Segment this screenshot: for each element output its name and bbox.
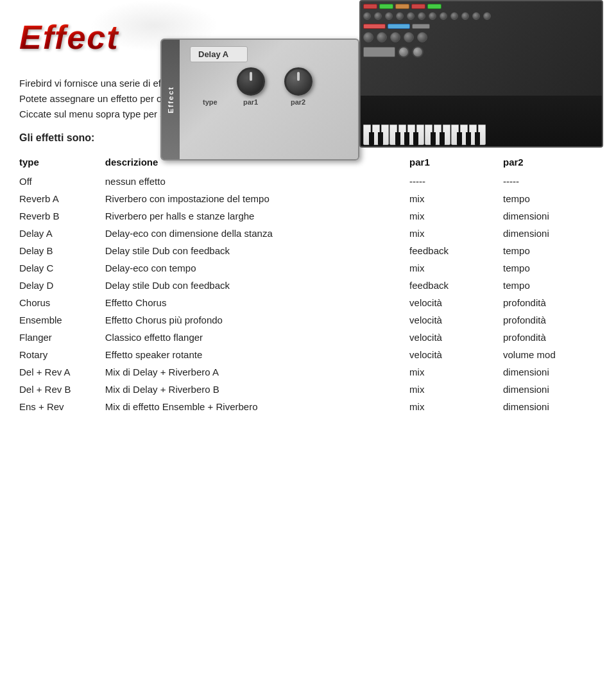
cell-par1: mix [409,207,503,225]
synth-btn-4 [411,4,425,9]
cell-desc: Effetto Chorus [105,294,409,311]
cell-desc: Riverbero per halls e stanze larghe [105,207,409,225]
synth-knob-13 [363,32,373,42]
cell-par1: feedback [409,277,503,294]
synth-knob-3 [385,12,393,20]
cell-type: Ensemble [19,311,105,329]
cell-par2: profondità [503,329,597,346]
table-row: Reverb BRiverbero per halls e stanze lar… [19,207,597,225]
par1-label: par1 [243,98,258,106]
cell-par1: mix [409,363,503,381]
table-row: Reverb ARiverbero con impostazione del t… [19,190,597,207]
key-23 [475,132,480,145]
cell-par2: ----- [503,173,597,190]
effect-type-display: Delay A [190,46,248,62]
cell-par2: tempo [503,190,597,207]
cell-par2: dimensioni [503,363,597,381]
synth-btn-3 [395,4,409,9]
cell-desc: nessun effetto [105,173,409,190]
cell-par1: ----- [409,173,503,190]
synth-knob-8 [440,12,447,20]
cell-type: Del + Rev B [19,381,105,398]
cell-par1: velocità [409,329,503,346]
cell-desc: Mix di effetto Ensemble + Riverbero [105,398,409,415]
synth-knob-14 [377,32,387,42]
cell-type: Reverb B [19,207,105,225]
type-group: type [203,98,218,106]
cell-par2: dimensioni [503,207,597,225]
cell-par2: dimensioni [503,398,597,415]
cell-par2: profondità [503,311,597,329]
cell-par1: mix [409,398,503,415]
table-row: FlangerClassico effetto flangervelocitàp… [19,329,597,346]
table-row: Ens + RevMix di effetto Ensemble + River… [19,398,597,415]
cell-type: Del + Rev A [19,363,105,381]
cell-par1: velocità [409,311,503,329]
key-4 [378,132,383,145]
type-label: type [203,98,218,106]
cell-desc: Delay stile Dub con feedback [105,277,409,294]
key-2 [369,132,374,145]
synth-keyboard [361,96,602,146]
table-row: Del + Rev AMix di Delay + Riverbero Amix… [19,363,597,381]
cell-par2: tempo [503,277,597,294]
cell-par2: volume mod [503,346,597,363]
synth-knob-11 [472,12,480,20]
synth-btn-2 [379,4,393,9]
cell-type: Flanger [19,329,105,346]
synth-btn-6 [363,24,386,29]
table-row: Delay ADelay-eco con dimensione della st… [19,225,597,242]
effects-table: type descrizione par1 par2 Offnessun eff… [19,154,597,415]
par2-knob[interactable] [284,67,312,96]
par1-knob[interactable] [237,67,265,96]
par1-group: par1 [237,67,265,106]
cell-par1: velocità [409,346,503,363]
synth-btn-7 [388,24,410,29]
cell-desc: Mix di Delay + Riverbero B [105,381,409,398]
cell-desc: Effetto speaker rotante [105,346,409,363]
synth-knob-9 [450,12,458,20]
effect-panel-sidebar: Effect [162,40,180,159]
table-row: Delay BDelay stile Dub con feedbackfeedb… [19,242,597,259]
synth-knob-lg-1 [398,46,409,58]
table-row: RotaryEffetto speaker rotantevelocitàvol… [19,346,597,363]
key-9 [404,132,409,145]
cell-desc: Effetto Chorus più profondo [105,311,409,329]
cell-type: Delay C [19,259,105,277]
cell-type: Delay A [19,225,105,242]
table-row: Del + Rev BMix di Delay + Riverbero Bmix… [19,381,597,398]
synth-btn-5 [427,4,441,9]
col-header-type: type [19,154,105,173]
synth-knob-2 [374,12,382,20]
table-row: Delay CDelay-eco con tempomixtempo [19,259,597,277]
table-row: EnsembleEffetto Chorus più profondoveloc… [19,311,597,329]
cell-par1: velocità [409,294,503,311]
synth-knob-7 [429,12,436,20]
header: Effect Effect Delay A type par1 [0,0,616,63]
cell-par2: dimensioni [503,381,597,398]
header-images: Effect Delay A type par1 par2 [160,0,603,160]
synth-btn-8 [412,24,430,29]
synth-knob-16 [404,32,414,42]
synth-knob-15 [390,32,400,42]
effect-panel-label-text: Effect [167,86,175,114]
cell-type: Rotary [19,346,105,363]
effect-knobs-container: type par1 par2 [203,67,350,106]
cell-par2: dimensioni [503,225,597,242]
effect-panel-content: Delay A type par1 par2 [190,46,350,106]
synth-knob-17 [417,32,427,42]
synthesizer-panel [359,0,603,148]
cell-type: Chorus [19,294,105,311]
cell-type: Ens + Rev [19,398,105,415]
cell-type: Delay B [19,242,105,259]
table-row: Delay DDelay stile Dub con feedbackfeedb… [19,277,597,294]
par2-label: par2 [291,98,305,106]
key-21 [466,132,471,145]
synth-display [363,47,395,57]
synth-btn-1 [363,4,377,9]
cell-desc: Classico effetto flanger [105,329,409,346]
cell-type: Delay D [19,277,105,294]
synth-knob-4 [396,12,404,20]
cell-desc: Delay-eco con dimensione della stanza [105,225,409,242]
cell-desc: Riverbero con impostazione del tempo [105,190,409,207]
